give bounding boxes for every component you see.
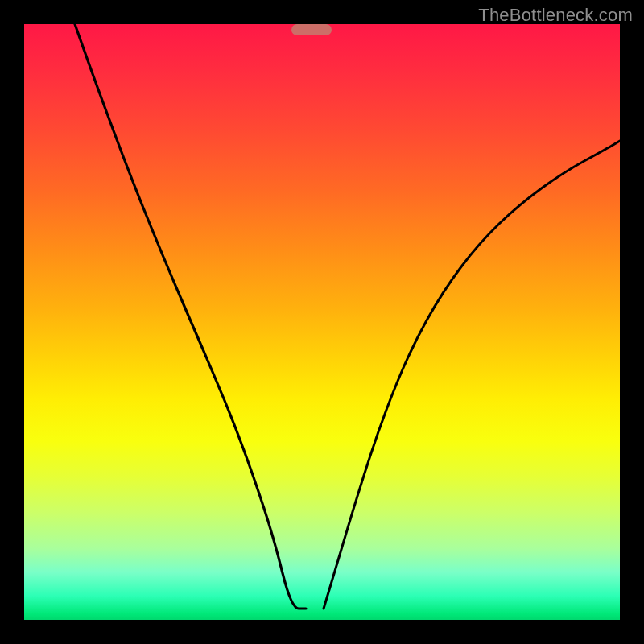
plot-area — [24, 24, 620, 620]
chart-frame: TheBottleneck.com — [0, 0, 644, 644]
watermark-text: TheBottleneck.com — [478, 5, 633, 26]
curves-svg — [24, 24, 620, 620]
bottleneck-marker — [291, 24, 332, 35]
left-curve — [75, 24, 306, 609]
right-curve — [324, 141, 620, 609]
